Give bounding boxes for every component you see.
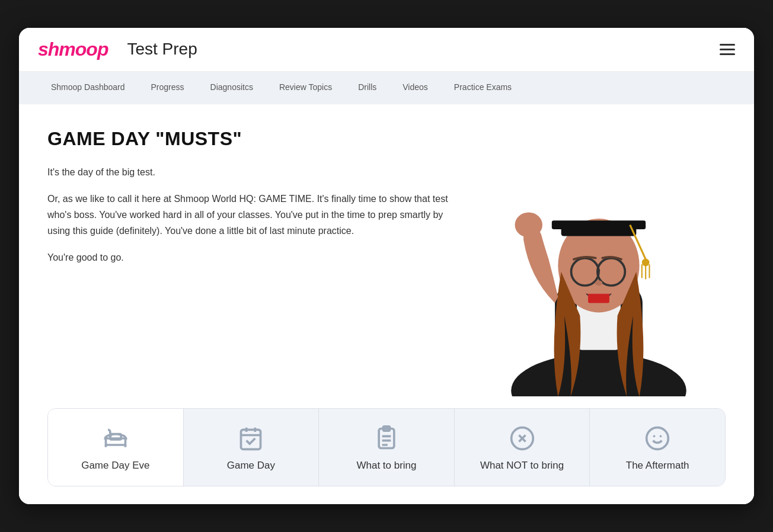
paragraph-1: It's the day of the big test. xyxy=(47,164,462,180)
card-game-day-label: Game Day xyxy=(227,460,275,472)
paragraph-3: You're good to go. xyxy=(47,249,462,265)
nav-bar: Shmoop Dashboard Progress Diagnositcs Re… xyxy=(19,72,754,104)
card-what-to-bring-label: What to bring xyxy=(356,460,416,472)
svg-point-17 xyxy=(515,212,542,237)
card-game-day-eve[interactable]: Game Day Eve xyxy=(48,409,184,486)
bed-icon xyxy=(103,425,129,451)
smiley-icon xyxy=(644,425,670,451)
x-circle-icon xyxy=(509,425,535,451)
nav-item-drills[interactable]: Drills xyxy=(345,72,389,104)
graduation-figure xyxy=(486,128,711,397)
card-what-to-bring[interactable]: What to bring xyxy=(319,409,455,486)
nav-item-progress[interactable]: Progress xyxy=(138,72,197,104)
svg-point-34 xyxy=(653,435,656,438)
page-title: Test Prep xyxy=(127,40,197,59)
hamburger-menu[interactable] xyxy=(720,44,735,55)
nav-item-videos[interactable]: Videos xyxy=(389,72,441,104)
content-area: GAME DAY "MUSTS" It's the day of the big… xyxy=(47,128,726,397)
svg-rect-16 xyxy=(588,294,609,303)
svg-rect-20 xyxy=(241,430,261,450)
text-section: GAME DAY "MUSTS" It's the day of the big… xyxy=(47,128,462,277)
card-what-not-to-bring[interactable]: What NOT to bring xyxy=(455,409,590,486)
header: shmoop Test Prep xyxy=(19,28,754,72)
svg-point-15 xyxy=(595,280,603,285)
main-content: GAME DAY "MUSTS" It's the day of the big… xyxy=(19,104,754,505)
card-the-aftermath[interactable]: The Aftermath xyxy=(590,409,725,486)
nav-item-diagnostics[interactable]: Diagnositcs xyxy=(197,72,266,104)
bottom-cards: Game Day Eve Game Day xyxy=(47,408,726,486)
app-window: shmoop Test Prep Shmoop Dashboard Progre… xyxy=(19,28,754,505)
nav-item-review[interactable]: Review Topics xyxy=(266,72,345,104)
paragraph-2: Or, as we like to call it here at Shmoop… xyxy=(47,191,462,239)
calendar-check-icon xyxy=(238,425,264,451)
image-section xyxy=(486,128,711,397)
nav-item-practice[interactable]: Practice Exams xyxy=(441,72,525,104)
svg-point-35 xyxy=(660,435,662,438)
logo: shmoop xyxy=(38,39,108,60)
svg-point-33 xyxy=(647,428,669,450)
card-the-aftermath-label: The Aftermath xyxy=(626,460,689,472)
clipboard-list-icon xyxy=(373,425,400,451)
card-what-not-to-bring-label: What NOT to bring xyxy=(480,460,564,472)
nav-item-dashboard[interactable]: Shmoop Dashboard xyxy=(38,72,138,104)
card-game-day[interactable]: Game Day xyxy=(184,409,320,486)
card-game-day-eve-label: Game Day Eve xyxy=(81,460,149,472)
logo-text: shmoop xyxy=(38,39,108,60)
main-heading: GAME DAY "MUSTS" xyxy=(47,128,462,150)
